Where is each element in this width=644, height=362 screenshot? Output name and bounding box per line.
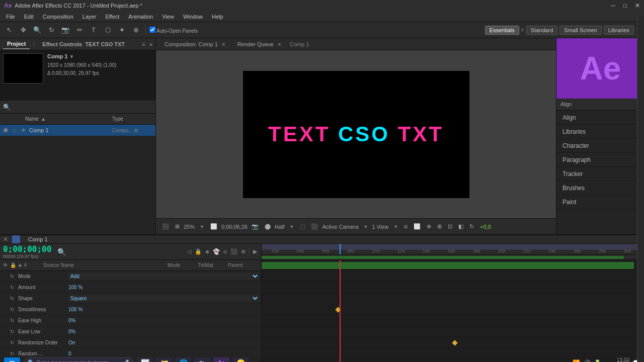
vc-guide[interactable]: ⊞ <box>435 222 444 231</box>
track-row-9[interactable] <box>262 348 644 359</box>
minimize-button[interactable]: ─ <box>611 2 615 9</box>
menu-window[interactable]: Window <box>179 13 207 21</box>
taskbar-search-bar[interactable]: 🔍 Scrivi qui per eseguire la ricerca 🎤 <box>23 357 134 363</box>
timeline-search-icon[interactable]: 🔍 <box>57 248 66 256</box>
vc-safe[interactable]: ⊡ <box>446 222 454 231</box>
menu-animation[interactable]: Animation <box>124 13 157 21</box>
tab-project[interactable]: Project <box>3 39 30 49</box>
tool-text[interactable]: T <box>88 24 100 36</box>
work-area-green[interactable] <box>262 256 624 259</box>
right-panel-align[interactable]: Align <box>556 111 644 125</box>
vc-fit[interactable]: ⬜ <box>208 222 219 231</box>
taskbar-edge[interactable]: 🌐 <box>175 357 191 363</box>
workspace-essentials[interactable]: Essentials <box>485 26 519 35</box>
track-row-8[interactable] <box>262 337 644 348</box>
menu-composition[interactable]: Composition <box>39 13 77 21</box>
tool-pen[interactable]: ✏ <box>73 24 86 36</box>
tool-rotate[interactable]: ↻ <box>45 24 57 36</box>
workspace-libraries[interactable]: Libraries <box>604 26 634 35</box>
workspace-smallscreen[interactable]: Small Screen <box>559 26 601 35</box>
tl-btn-shy[interactable]: 👻 <box>212 247 221 256</box>
timeline-playhead-top[interactable] <box>340 244 341 254</box>
timeline-close-icon[interactable]: ✕ <box>3 236 8 243</box>
tool-puppet[interactable]: ⊕ <box>130 24 142 36</box>
tool-move[interactable]: ✥ <box>17 24 29 36</box>
vc-grid[interactable]: ⊞ <box>173 222 182 231</box>
right-panel-paint[interactable]: Paint <box>556 195 644 209</box>
panel-expand-icon[interactable]: » <box>149 41 152 47</box>
track-row-1[interactable] <box>262 260 644 271</box>
workspace-standard[interactable]: Standard <box>526 26 558 35</box>
track-row-4[interactable] <box>262 293 644 304</box>
vc-toggle[interactable]: ⬛ <box>309 222 320 231</box>
prop-value-mode[interactable]: Add <box>68 273 259 280</box>
right-panel-libraries[interactable]: Libraries <box>556 125 644 139</box>
vc-quality-dropdown[interactable]: ▼ <box>288 223 296 230</box>
vc-refresh[interactable]: ↻ <box>467 222 476 231</box>
menu-view[interactable]: View <box>158 13 178 21</box>
composition-viewer[interactable]: TEXT CSO TXT <box>156 50 556 218</box>
taskbar-start-button[interactable]: ⊞ <box>4 357 20 363</box>
prop-row-ease-low[interactable]: ↻ Ease Low 0% <box>0 326 261 337</box>
taskbar-after-effects[interactable]: Ae <box>213 357 229 363</box>
prop-row-smoothness[interactable]: ↻ Smoothness 100 % <box>0 304 261 315</box>
prop-row-amount[interactable]: ↻ Amount 100 % <box>0 282 261 293</box>
track-row-7[interactable] <box>262 326 644 337</box>
vc-trans[interactable]: ◧ <box>456 222 465 231</box>
menu-effect[interactable]: Effect <box>101 13 123 21</box>
tl-btn-comp[interactable]: ◁ <box>186 247 192 256</box>
taskbar-store[interactable]: 🛍 <box>194 357 210 363</box>
track-row-5[interactable] <box>262 304 644 315</box>
tl-btn-solo[interactable]: ◈ <box>204 247 210 256</box>
vc-color[interactable]: ⬤ <box>263 222 273 231</box>
list-item[interactable]: ◉ □ 👁 Comp 1 Compo... ⚙ <box>0 125 155 136</box>
taskbar-task-view[interactable]: ⬜ <box>137 357 153 363</box>
tab-render-queue[interactable]: Render Queue ✕ <box>232 40 287 49</box>
menu-edit[interactable]: Edit <box>20 13 38 21</box>
prop-row-shape[interactable]: ↻ Shape Square <box>0 293 261 304</box>
tool-shape[interactable]: ⬡ <box>102 24 114 36</box>
prop-row-randomize[interactable]: ↻ Randomize Order On <box>0 337 261 348</box>
maximize-button[interactable]: □ <box>623 2 627 9</box>
tl-btn-motion[interactable]: ⬛ <box>229 247 238 256</box>
tool-select[interactable]: ↖ <box>3 24 15 36</box>
tool-clone[interactable]: ✦ <box>116 24 128 36</box>
taskbar-app-2[interactable]: 🟡 <box>232 357 249 363</box>
vc-zoom-dropdown[interactable]: ▼ <box>198 223 206 230</box>
tl-btn-play[interactable]: ▶ <box>252 247 258 256</box>
vc-layout-dropdown[interactable]: ▼ <box>391 223 400 230</box>
prop-row-ease-high[interactable]: ↻ Ease High 0% <box>0 315 261 326</box>
render-tab-close[interactable]: ✕ <box>277 42 281 47</box>
tl-btn-adj[interactable]: ⊕ <box>240 247 247 256</box>
close-button[interactable]: ✕ <box>635 2 640 9</box>
taskbar-file-explorer[interactable]: 📁 <box>156 357 172 363</box>
vc-render[interactable]: ⬜ <box>412 222 423 231</box>
tl-btn-lock[interactable]: 🔒 <box>194 247 203 256</box>
right-panel-brushes[interactable]: Brushes <box>556 181 644 195</box>
keyframe-2[interactable] <box>452 340 457 345</box>
right-panel-paragraph[interactable]: Paragraph <box>556 153 644 167</box>
vc-reset[interactable]: ⬛ <box>160 222 171 231</box>
menu-help[interactable]: Help <box>208 13 227 21</box>
vc-snap[interactable]: ⊕ <box>425 222 433 231</box>
tab-effect-controls[interactable]: Effect Controls TEXT CSO TXT <box>38 40 129 49</box>
track-row-2[interactable] <box>262 271 644 282</box>
tab-timeline-comp[interactable]: Comp 1 <box>24 235 52 243</box>
track-row-6[interactable] <box>262 315 644 326</box>
tab-composition[interactable]: Composition: Comp 1 ✕ <box>159 40 231 49</box>
menu-layer[interactable]: Layer <box>78 13 101 21</box>
workspace-essentials-menu[interactable]: ≡ <box>521 27 524 33</box>
prop-row-mode[interactable]: ↻ Mode Add <box>0 271 261 282</box>
right-panel-tracker[interactable]: Tracker <box>556 167 644 181</box>
auto-open-panels-checkbox[interactable] <box>149 27 155 33</box>
vc-camera-dropdown[interactable]: ▼ <box>362 223 370 230</box>
vc-camera[interactable]: 📷 <box>250 222 261 231</box>
tool-zoom[interactable]: 🔍 <box>31 24 43 36</box>
vc-region[interactable]: ⬚ <box>298 222 307 231</box>
right-panel-character[interactable]: Character <box>556 139 644 153</box>
comp-tab-close[interactable]: ✕ <box>221 42 225 47</box>
prop-value-shape[interactable]: Square <box>68 295 259 302</box>
menu-file[interactable]: File <box>2 13 19 21</box>
tl-btn-3d[interactable]: ⧈ <box>222 247 228 256</box>
track-row-3[interactable] <box>262 282 644 293</box>
